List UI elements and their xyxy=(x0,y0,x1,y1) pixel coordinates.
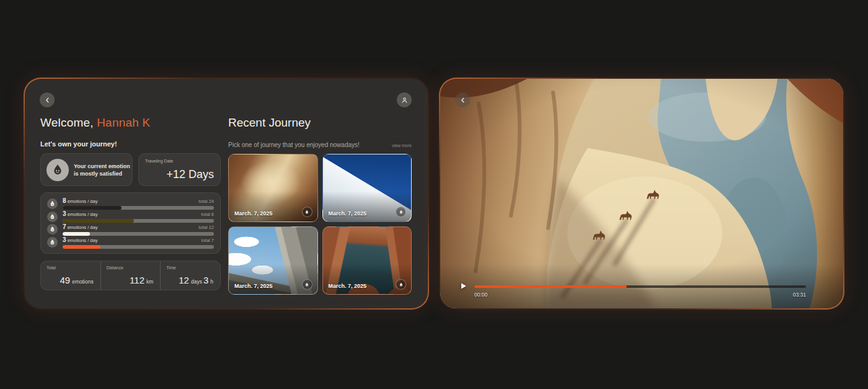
chevron-left-icon xyxy=(459,96,467,104)
back-button[interactable] xyxy=(40,92,55,107)
emotion-stat-total: total 7 xyxy=(202,238,214,243)
video-progress-fill xyxy=(474,285,627,288)
emotion-stat-total: total 6 xyxy=(202,212,214,217)
distance-value: 112 xyxy=(130,275,144,285)
emotion-stat-count: 3 xyxy=(63,236,66,243)
emotion-stat-label: 3 emotions / day xyxy=(63,236,97,243)
emotion-badge-icon xyxy=(396,279,406,290)
emotion-stat-label: 8 emotions / day xyxy=(63,197,97,204)
emotion-stat-label: 7 emotions / day xyxy=(63,223,97,230)
distance-unit: km xyxy=(146,279,153,285)
current-emotion-text: Your current emotion is mostly satisfied xyxy=(74,163,130,177)
emotion-stat-bar-fill xyxy=(63,206,122,210)
traveling-date-value: +12 Days xyxy=(166,168,214,181)
emotion-drop-icon xyxy=(47,237,58,248)
screen: Welcome, Hannah K Let's own your journey… xyxy=(0,0,868,389)
emotion-stat-row: 7 emotions / day total 12 xyxy=(47,223,214,236)
welcome-prefix: Welcome, xyxy=(40,116,97,129)
journey-card-desert-canyon[interactable]: March. 7, 2025 xyxy=(228,154,318,222)
user-name: Hannah K xyxy=(97,116,150,129)
journey-date: March. 7, 2025 xyxy=(329,210,367,217)
emotion-stat-count: 7 xyxy=(63,223,66,230)
emotion-stat-row: 8 emotions / day total 24 xyxy=(47,197,214,210)
emotion-stat-unit: emotions / day xyxy=(68,199,98,204)
emotion-stat-count: 8 xyxy=(63,197,66,204)
emotion-stat-unit: emotions / day xyxy=(68,225,98,230)
emotion-drop-icon xyxy=(47,212,58,222)
current-emotion-line2: is mostly satisfied xyxy=(74,170,130,177)
time-unit2: h xyxy=(210,279,213,285)
emotion-drop-icon xyxy=(46,159,69,181)
video-duration: 03:31 xyxy=(793,292,806,298)
video-current-time: 00:00 xyxy=(474,292,487,298)
emotion-stat-bar xyxy=(63,206,214,210)
emotion-stat-bar-fill xyxy=(63,219,134,223)
total-value: 49 xyxy=(60,275,70,285)
journey-card-snow-mountain[interactable]: March. 7, 2025 xyxy=(322,154,412,222)
journey-grid: March. 7, 2025 March. 7, 2025 March. 7, … xyxy=(228,154,412,295)
play-icon xyxy=(459,282,467,290)
emotion-stats-card: 8 emotions / day total 24 3 emotions / d… xyxy=(40,192,221,254)
dashboard-panel-glow: Welcome, Hannah K Let's own your journey… xyxy=(24,78,429,310)
journey-date: March. 7, 2025 xyxy=(234,210,273,217)
emotion-stat-bar xyxy=(63,232,214,236)
welcome-heading: Welcome, Hannah K xyxy=(40,116,150,130)
emotion-badge-icon xyxy=(302,279,312,290)
journey-date: March. 7, 2025 xyxy=(329,283,367,289)
video-player-panel: 00:00 03:31 xyxy=(440,79,843,308)
chevron-left-icon xyxy=(43,96,51,104)
emotion-stat-bar xyxy=(63,219,214,223)
emotion-drop-icon xyxy=(47,199,58,209)
time-value2: 3 xyxy=(203,275,208,285)
user-icon xyxy=(401,96,409,104)
tagline: Let's own your journey! xyxy=(40,140,117,148)
video-frame-desert-canyon xyxy=(440,79,843,308)
recent-journey-subtitle: Pick one of journey that you enjoyed now… xyxy=(228,141,360,148)
journey-card-canyon-lake[interactable]: March. 7, 2025 xyxy=(322,226,412,295)
view-more-link[interactable]: view more xyxy=(392,143,412,148)
traveling-date-label: Traveling Date xyxy=(145,159,173,163)
emotion-stat-unit: emotions / day xyxy=(68,212,98,217)
emotion-stat-label: 3 emotions / day xyxy=(63,210,97,217)
emotion-stat-bar-fill xyxy=(63,232,90,236)
emotion-stat-row: 3 emotions / day total 7 xyxy=(47,236,214,249)
journey-date: March. 7, 2025 xyxy=(234,283,273,289)
total-label: Total xyxy=(46,266,95,270)
traveling-date-card: Traveling Date +12 Days xyxy=(138,153,221,186)
time-label: Time xyxy=(166,266,215,270)
emotion-badge-icon xyxy=(302,207,312,217)
emotion-drop-icon xyxy=(47,224,58,235)
total-emotions-stat: Total 49emotions xyxy=(41,261,100,290)
distance-label: Distance xyxy=(107,266,155,270)
emotion-stat-bar xyxy=(63,245,214,249)
time-value: 12 xyxy=(179,275,189,285)
emotion-stat-unit: emotions / day xyxy=(68,238,98,243)
emotion-stat-total: total 24 xyxy=(198,199,214,204)
distance-stat: Distance 112km xyxy=(100,261,161,290)
play-button[interactable] xyxy=(458,281,468,291)
recent-journey-title: Recent Journey xyxy=(228,116,311,130)
emotion-stat-row: 3 emotions / day total 6 xyxy=(47,210,214,223)
emotion-badge-icon xyxy=(396,207,406,217)
profile-button[interactable] xyxy=(397,92,412,107)
emotion-stat-total: total 12 xyxy=(198,225,214,230)
back-button[interactable] xyxy=(455,92,470,107)
totals-card: Total 49emotions Distance 112km Time 12d… xyxy=(40,261,221,290)
emotion-stat-bar-fill xyxy=(63,245,100,249)
journey-card-rocky-cliffs[interactable]: March. 7, 2025 xyxy=(228,226,318,295)
time-stat: Time 12days3h xyxy=(160,261,220,290)
time-unit: days xyxy=(191,279,202,285)
emotion-stat-count: 3 xyxy=(63,210,66,217)
current-emotion-line1: Your current emotion xyxy=(74,163,130,170)
total-unit: emotions xyxy=(72,279,94,285)
video-progress-bar[interactable] xyxy=(474,285,806,288)
dashboard-panel: Welcome, Hannah K Let's own your journey… xyxy=(25,79,428,308)
video-panel-glow: 00:00 03:31 xyxy=(439,78,844,310)
current-emotion-card: Your current emotion is mostly satisfied xyxy=(40,153,133,186)
